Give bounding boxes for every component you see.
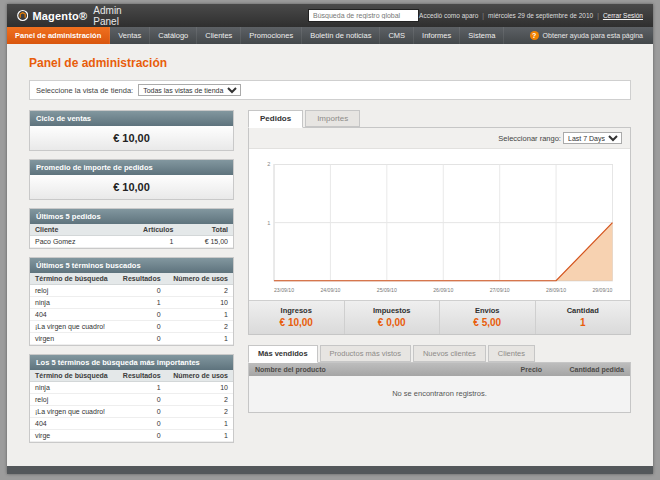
col-header: Número de usos — [166, 370, 233, 382]
top-search-terms-title: Los 5 términos de búsqueda más important… — [30, 355, 233, 370]
nav-item-promotions[interactable]: Promociones — [241, 27, 302, 44]
lifetime-sales-title: Ciclo de ventas — [30, 111, 233, 126]
search-term-row[interactable]: 404 0 1 — [30, 418, 233, 430]
svg-text:26/09/10: 26/09/10 — [433, 287, 453, 293]
store-view-label: Seleccione la vista de tienda: — [36, 86, 133, 95]
lifetime-sales-box: Ciclo de ventas € 10,00 — [29, 110, 234, 151]
col-product-name: Nombre del producto — [249, 363, 478, 376]
search-term-row[interactable]: ¡La virgen que cuadro! 0 2 — [30, 406, 233, 418]
stat-shipping: Envíos € 5,00 — [439, 301, 535, 334]
logged-in-text: Accedió como aparo — [419, 12, 478, 19]
logout-link[interactable]: Cerrar Sesión — [603, 12, 643, 19]
svg-text:27/09/10: 27/09/10 — [490, 287, 510, 293]
search-term-row[interactable]: ninja 1 10 — [30, 382, 233, 394]
stat-tax: Impuestos € 0,00 — [344, 301, 440, 334]
tab-customers[interactable]: Clientes — [488, 345, 535, 362]
search-term-row[interactable]: reloj 0 2 — [30, 285, 233, 297]
totals-bar: Ingresos € 10,00 Impuestos € 0,00 Envíos… — [249, 300, 630, 334]
svg-text:25/09/10: 25/09/10 — [377, 287, 397, 293]
nav-item-newsletter[interactable]: Boletín de noticias — [302, 27, 380, 44]
store-view-select[interactable]: Todas las vistas de tienda — [138, 84, 241, 96]
range-label: Seleccionar rango: — [498, 134, 561, 143]
average-orders-title: Promedio de importe de pedidos — [30, 160, 233, 175]
last-orders-box: Últimos 5 pedidos Cliente Artículos Tota… — [29, 208, 234, 249]
separator: | — [597, 12, 599, 19]
svg-text:23/09/10: 23/09/10 — [274, 287, 294, 293]
order-row[interactable]: Paco Gomez 1 € 15,00 — [30, 236, 233, 248]
lifetime-sales-value: € 10,00 — [30, 126, 233, 150]
tab-amounts[interactable]: Importes — [305, 110, 360, 127]
bestsellers-grid: Nombre del producto Precio Cantidad pedi… — [248, 362, 631, 413]
orders-panel: Seleccionar rango: Last 7 Days 1223/09/1… — [248, 127, 631, 335]
nav-item-customers[interactable]: Clientes — [197, 27, 241, 44]
diagram-tabs: Pedidos Importes — [248, 110, 631, 127]
orders-chart: 1223/09/1024/09/1025/09/1026/09/1027/09/… — [249, 149, 630, 300]
search-term-row[interactable]: ¡La virgen que cuadro! 0 2 — [30, 321, 233, 333]
nav-item-system[interactable]: Sistema — [460, 27, 504, 44]
global-search-input[interactable] — [308, 9, 419, 22]
col-header: Resultados — [116, 273, 166, 285]
search-term-row[interactable]: 404 0 1 — [30, 309, 233, 321]
tab-new-customers[interactable]: Nuevos clientes — [413, 345, 486, 362]
svg-text:28/09/10: 28/09/10 — [546, 287, 566, 293]
separator: | — [482, 12, 484, 19]
svg-text:24/09/10: 24/09/10 — [320, 287, 340, 293]
nav-item-reports[interactable]: Informes — [414, 27, 460, 44]
page-help-link[interactable]: ? Obtener ayuda para esta página — [530, 27, 653, 44]
last-search-terms-table: Término de búsqueda Resultados Número de… — [30, 273, 233, 345]
average-orders-box: Promedio de importe de pedidos € 10,00 — [29, 159, 234, 200]
help-icon: ? — [530, 31, 539, 40]
tab-most-viewed[interactable]: Productos más vistos — [320, 345, 411, 362]
svg-text:2: 2 — [267, 161, 270, 167]
logo-text: Magento® — [32, 10, 87, 22]
col-header: Resultados — [116, 370, 166, 382]
bottom-grids: Más vendidos Productos más vistos Nuevos… — [248, 345, 631, 413]
top-search-terms-table: Término de búsqueda Resultados Número de… — [30, 370, 233, 442]
svg-text:29/09/10: 29/09/10 — [592, 287, 612, 293]
grid-header: Nombre del producto Precio Cantidad pedi… — [249, 363, 630, 376]
col-header: Artículos — [113, 224, 179, 236]
average-orders-value: € 10,00 — [30, 175, 233, 199]
col-header: Término de búsqueda — [30, 273, 116, 285]
last-orders-table: Cliente Artículos Total Paco Gomez 1 € 1… — [30, 224, 233, 248]
magento-logo-icon — [17, 9, 28, 22]
footer-bar — [7, 466, 653, 474]
nav-item-catalog[interactable]: Catálogo — [150, 27, 197, 44]
col-header: Total — [178, 224, 233, 236]
col-header: Número de usos — [166, 273, 233, 285]
stat-quantity: Cantidad 1 — [535, 301, 631, 334]
tab-bestsellers[interactable]: Más vendidos — [248, 345, 318, 363]
nav-item-cms[interactable]: CMS — [380, 27, 414, 44]
dashboard-left-column: Ciclo de ventas € 10,00 Promedio de impo… — [29, 110, 234, 451]
content-area: Panel de administración Seleccione la vi… — [7, 44, 653, 451]
col-qty: Cantidad pedida — [548, 363, 630, 376]
main-nav: Panel de administración Ventas Catálogo … — [7, 27, 653, 44]
search-term-row[interactable]: virgen 0 1 — [30, 333, 233, 345]
orders-chart-svg: 1223/09/1024/09/1025/09/1026/09/1027/09/… — [259, 157, 620, 298]
logo-subtitle: Admin Panel — [93, 5, 143, 27]
svg-text:1: 1 — [267, 220, 270, 226]
search-term-row[interactable]: reloj 0 2 — [30, 394, 233, 406]
tab-orders[interactable]: Pedidos — [248, 110, 303, 128]
header-date: miércoles 29 de septiembre de 2010 — [488, 12, 593, 19]
page-title: Panel de administración — [29, 56, 631, 70]
search-term-row[interactable]: ninja 1 10 — [30, 297, 233, 309]
last-search-terms-box: Últimos 5 términos buscados Término de b… — [29, 257, 234, 346]
user-info: Accedió como aparo | miércoles 29 de sep… — [419, 12, 643, 19]
admin-window: Magento® Admin Panel Accedió como aparo … — [7, 4, 653, 474]
top-search-terms-box: Los 5 términos de búsqueda más important… — [29, 354, 234, 443]
col-header: Término de búsqueda — [30, 370, 116, 382]
search-term-row[interactable]: virge 0 1 — [30, 430, 233, 442]
range-select[interactable]: Last 7 Days — [563, 132, 622, 144]
dashboard-right-column: Pedidos Importes Seleccionar rango: Last… — [248, 110, 631, 451]
col-header: Cliente — [30, 224, 113, 236]
last-search-terms-title: Últimos 5 términos buscados — [30, 258, 233, 273]
help-label: Obtener ayuda para esta página — [543, 32, 643, 39]
stat-revenue: Ingresos € 10,00 — [249, 301, 344, 334]
nav-item-dashboard[interactable]: Panel de administración — [7, 27, 110, 44]
magento-logo: Magento® Admin Panel — [17, 5, 143, 27]
col-price: Precio — [478, 363, 548, 376]
top-header: Magento® Admin Panel Accedió como aparo … — [7, 4, 653, 27]
nav-item-sales[interactable]: Ventas — [110, 27, 150, 44]
range-selector-row: Seleccionar rango: Last 7 Days — [249, 128, 630, 149]
